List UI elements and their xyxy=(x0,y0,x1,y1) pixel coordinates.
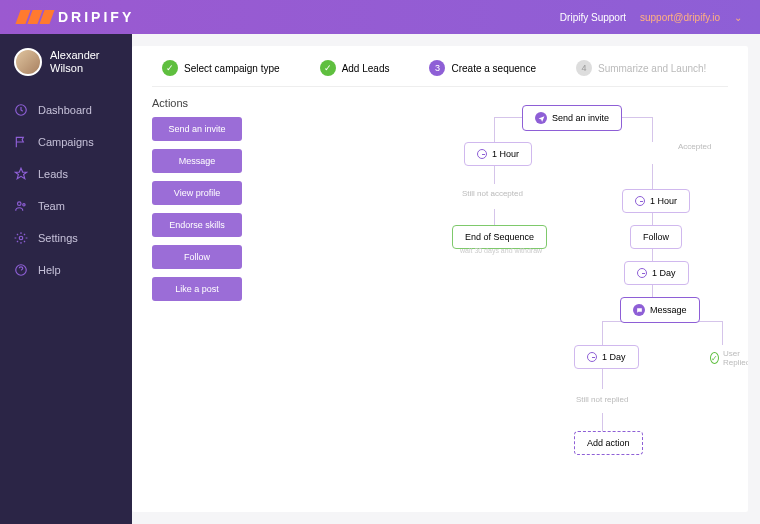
support-link[interactable]: Dripify Support xyxy=(560,12,626,23)
support-email[interactable]: support@dripify.io xyxy=(640,12,720,23)
actions-title: Actions xyxy=(152,97,242,109)
label-not-replied: Still not replied xyxy=(576,395,628,404)
logo-text: DRIPIFY xyxy=(58,9,134,25)
action-follow[interactable]: Follow xyxy=(152,245,242,269)
action-view-profile[interactable]: View profile xyxy=(152,181,242,205)
node-message[interactable]: Message xyxy=(620,297,700,323)
step-3[interactable]: 3Create a sequence xyxy=(429,60,536,76)
action-message[interactable]: Message xyxy=(152,149,242,173)
step-1[interactable]: ✓Select campaign type xyxy=(162,60,280,76)
action-endorse-skills[interactable]: Endorse skills xyxy=(152,213,242,237)
action-like-post[interactable]: Like a post xyxy=(152,277,242,301)
node-wait-r1[interactable]: 1 Hour xyxy=(622,189,690,213)
check-icon: ✓ xyxy=(710,352,719,364)
sequence-canvas: Send an invite 1 Hour Still not accepted… xyxy=(262,97,728,512)
clock-icon xyxy=(587,352,597,362)
invite-icon xyxy=(535,112,547,124)
clock-icon xyxy=(637,268,647,278)
team-icon xyxy=(14,199,28,213)
label-accepted: Accepted xyxy=(678,142,711,151)
node-add-action[interactable]: Add action xyxy=(574,431,643,455)
wizard-steps: ✓Select campaign type ✓Add Leads 3Create… xyxy=(152,60,728,87)
sidebar: AlexanderWilson Dashboard Campaigns Lead… xyxy=(0,34,132,524)
flag-icon xyxy=(14,135,28,149)
gear-icon xyxy=(14,231,28,245)
svg-point-3 xyxy=(19,236,23,240)
sidebar-item-help[interactable]: Help xyxy=(0,254,132,286)
sidebar-item-dashboard[interactable]: Dashboard xyxy=(0,94,132,126)
chevron-down-icon[interactable]: ⌄ xyxy=(734,12,742,23)
svg-point-2 xyxy=(23,204,25,206)
check-icon: ✓ xyxy=(320,60,336,76)
note-withdraw: wait 30 days and withdraw xyxy=(460,247,542,254)
step-2[interactable]: ✓Add Leads xyxy=(320,60,390,76)
logo: DRIPIFY xyxy=(18,9,134,25)
logo-mark-icon xyxy=(18,10,52,24)
dashboard-icon xyxy=(14,103,28,117)
step-number: 4 xyxy=(576,60,592,76)
node-end-sequence[interactable]: End of Sequence xyxy=(452,225,547,249)
main-panel: ✓Select campaign type ✓Add Leads 3Create… xyxy=(132,46,748,512)
sidebar-item-leads[interactable]: Leads xyxy=(0,158,132,190)
sidebar-item-campaigns[interactable]: Campaigns xyxy=(0,126,132,158)
star-icon xyxy=(14,167,28,181)
help-icon xyxy=(14,263,28,277)
user-block[interactable]: AlexanderWilson xyxy=(0,48,132,94)
node-follow[interactable]: Follow xyxy=(630,225,682,249)
label-user-replied: ✓User Replied xyxy=(710,349,748,367)
label-not-accepted: Still not accepted xyxy=(462,189,523,198)
message-icon xyxy=(633,304,645,316)
sidebar-item-settings[interactable]: Settings xyxy=(0,222,132,254)
avatar xyxy=(14,48,42,76)
step-4: 4Summarize and Launch! xyxy=(576,60,706,76)
node-send-invite[interactable]: Send an invite xyxy=(522,105,622,131)
check-icon: ✓ xyxy=(162,60,178,76)
step-number: 3 xyxy=(429,60,445,76)
svg-point-1 xyxy=(18,202,22,206)
node-wait-r3[interactable]: 1 Day xyxy=(574,345,639,369)
action-send-invite[interactable]: Send an invite xyxy=(152,117,242,141)
topbar: DRIPIFY Dripify Support support@dripify.… xyxy=(0,0,760,34)
actions-panel: Actions Send an invite Message View prof… xyxy=(152,97,242,512)
sidebar-item-team[interactable]: Team xyxy=(0,190,132,222)
node-wait-r2[interactable]: 1 Day xyxy=(624,261,689,285)
clock-icon xyxy=(477,149,487,159)
username: AlexanderWilson xyxy=(50,49,100,75)
node-wait-left[interactable]: 1 Hour xyxy=(464,142,532,166)
clock-icon xyxy=(635,196,645,206)
